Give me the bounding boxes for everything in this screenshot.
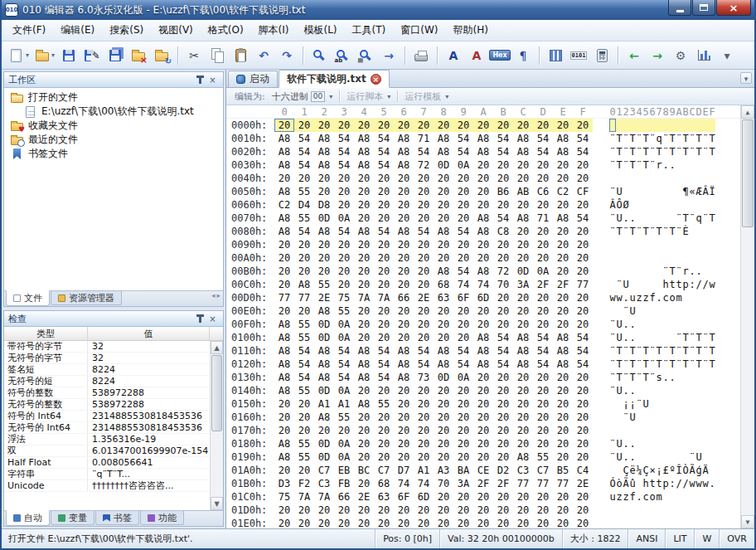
- ascii-char[interactable]: U: [616, 384, 623, 397]
- hex-byte[interactable]: 20: [394, 198, 414, 212]
- hex-byte[interactable]: A8: [274, 145, 294, 158]
- ascii-char[interactable]: [629, 265, 636, 278]
- ascii-char[interactable]: [682, 172, 689, 185]
- ascii-char[interactable]: [609, 172, 616, 185]
- hex-byte[interactable]: 55: [334, 411, 354, 424]
- hex-byte[interactable]: 20: [294, 265, 314, 278]
- ascii-char[interactable]: ¨: [609, 212, 616, 225]
- ascii-char[interactable]: z: [642, 291, 649, 304]
- ascii-char[interactable]: [662, 172, 669, 185]
- hex-byte[interactable]: 20: [533, 411, 553, 424]
- hex-byte[interactable]: 20: [434, 212, 453, 225]
- ascii-char[interactable]: [669, 185, 676, 198]
- ascii-char[interactable]: [649, 278, 656, 291]
- hex-byte[interactable]: 20: [453, 198, 473, 212]
- hex-byte[interactable]: 54: [374, 344, 394, 358]
- ascii-char[interactable]: [649, 411, 656, 424]
- ascii-char[interactable]: [682, 411, 689, 424]
- ascii-char[interactable]: T: [682, 132, 689, 145]
- ascii-char[interactable]: [616, 265, 623, 278]
- ascii-char[interactable]: [656, 397, 662, 411]
- hex-byte[interactable]: 55: [314, 278, 334, 291]
- ascii-char[interactable]: [642, 119, 649, 132]
- ascii-char[interactable]: [649, 238, 656, 251]
- hex-byte[interactable]: 20: [274, 504, 294, 517]
- ascii-char[interactable]: [623, 517, 629, 528]
- hex-byte[interactable]: 0D: [434, 371, 453, 384]
- ascii-char[interactable]: [642, 212, 649, 225]
- hex-byte[interactable]: 55: [294, 384, 314, 397]
- ascii-char[interactable]: [682, 251, 689, 265]
- ascii-char[interactable]: [689, 424, 695, 437]
- ascii-char[interactable]: .: [662, 158, 669, 172]
- ascii-char[interactable]: U: [616, 212, 623, 225]
- hex-byte[interactable]: A8: [354, 397, 374, 411]
- hex-byte[interactable]: 20: [374, 411, 394, 424]
- ascii-char[interactable]: [676, 238, 682, 251]
- hex-byte[interactable]: 54: [414, 145, 434, 158]
- hex-byte[interactable]: B6: [493, 185, 513, 198]
- hex-byte[interactable]: 20: [274, 172, 294, 185]
- hex-byte[interactable]: 20: [414, 212, 434, 225]
- scroll-up-icon[interactable]: ▲: [741, 105, 754, 119]
- scroll-track[interactable]: [741, 119, 754, 515]
- ascii-char[interactable]: [702, 304, 709, 318]
- hex-byte[interactable]: 20: [573, 371, 593, 384]
- ascii-char[interactable]: [649, 397, 656, 411]
- ascii-char[interactable]: ¨: [676, 331, 682, 344]
- hex-byte[interactable]: 20: [533, 384, 553, 397]
- ascii-char[interactable]: [656, 384, 662, 397]
- ascii-char[interactable]: T: [682, 145, 689, 158]
- ascii-char[interactable]: :: [669, 477, 676, 490]
- ascii-char[interactable]: T: [709, 212, 715, 225]
- hex-byte[interactable]: 20: [314, 424, 334, 437]
- ascii-char[interactable]: [616, 304, 623, 318]
- ascii-char[interactable]: [609, 464, 616, 477]
- ascii-char[interactable]: [649, 504, 656, 517]
- hex-byte[interactable]: 20: [573, 304, 593, 318]
- ascii-char[interactable]: [695, 238, 702, 251]
- ascii-char[interactable]: ¨: [649, 225, 656, 238]
- hex-row[interactable]: 00E0h:2020A855202020202020202020202020 ¨…: [226, 304, 754, 318]
- hex-byte[interactable]: 20: [434, 304, 453, 318]
- inspector-row[interactable]: 无符号的 Int642314885530818453536: [4, 422, 210, 434]
- ascii-char[interactable]: [609, 304, 616, 318]
- hex-byte[interactable]: 0A: [453, 158, 473, 172]
- pin-button[interactable]: [194, 74, 206, 85]
- run-script-dropdown[interactable]: 运行脚本 ▾: [346, 90, 390, 103]
- hex-byte[interactable]: 20: [314, 172, 334, 185]
- hex-byte[interactable]: A8: [314, 304, 334, 318]
- hex-byte[interactable]: 0A: [334, 450, 354, 464]
- hex-byte[interactable]: A8: [513, 331, 533, 344]
- hex-byte[interactable]: 20: [493, 490, 513, 504]
- ascii-char[interactable]: ¨: [676, 358, 682, 371]
- ascii-char[interactable]: [642, 185, 649, 198]
- hex-editor[interactable]: 0123456789ABCDEF0123456789ABCDEF 0000h:2…: [226, 105, 754, 528]
- ascii-char[interactable]: T: [629, 358, 636, 371]
- ascii-char[interactable]: ¡: [629, 397, 636, 411]
- ascii-char[interactable]: [669, 318, 676, 331]
- hex-byte[interactable]: F2: [294, 477, 314, 490]
- hex-byte[interactable]: 68: [374, 477, 394, 490]
- ascii-char[interactable]: ¨: [662, 265, 669, 278]
- hex-byte[interactable]: 20: [354, 212, 374, 225]
- ascii-char[interactable]: [709, 504, 715, 517]
- hex-byte[interactable]: 20: [394, 331, 414, 344]
- ascii-char[interactable]: u: [629, 291, 636, 304]
- ascii-char[interactable]: T: [682, 331, 689, 344]
- hex-byte[interactable]: 20: [354, 411, 374, 424]
- hex-byte[interactable]: 20: [533, 172, 553, 185]
- hex-byte[interactable]: 70: [434, 477, 453, 490]
- ascii-char[interactable]: [656, 304, 662, 318]
- hex-byte[interactable]: 20: [513, 172, 533, 185]
- hex-byte[interactable]: A8: [294, 278, 314, 291]
- ascii-char[interactable]: [709, 450, 715, 464]
- ascii-char[interactable]: [676, 450, 682, 464]
- hex-byte[interactable]: 20: [354, 185, 374, 198]
- ascii-char[interactable]: [649, 265, 656, 278]
- menu-script[interactable]: 脚本(I): [251, 19, 297, 41]
- hex-byte[interactable]: A8: [354, 158, 374, 172]
- ascii-char[interactable]: [682, 238, 689, 251]
- ascii-char[interactable]: [609, 411, 616, 424]
- hex-byte[interactable]: 20: [374, 119, 394, 132]
